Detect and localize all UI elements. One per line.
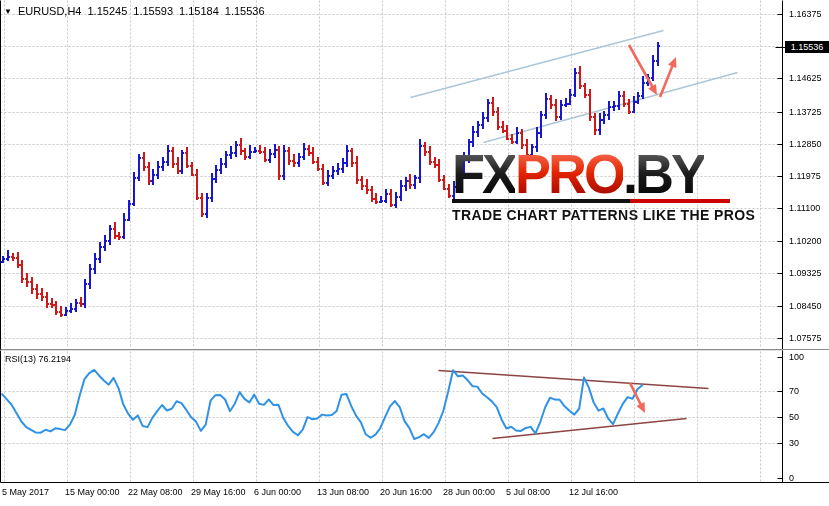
symbol-label: EURUSD,H4 [18,5,82,17]
logo-wordmark: FXPRO.BY [452,148,730,198]
price-axis-label: 1.14625 [789,73,822,83]
logo-fx: FX [452,142,515,204]
logo-pro: PRO [515,142,623,204]
chart-title-bar: ▼EURUSD,H41.152451.155931.151841.15536 [4,5,271,19]
rsi-axis-label: 50 [789,412,799,422]
price-axis-label: 1.16375 [789,9,822,19]
rsi-axis-label: 100 [789,352,804,362]
price-axis-label: 1.07575 [789,333,822,343]
price-axis-label: 1.09325 [789,268,822,278]
indicator-label: RSI(13) 76.2194 [5,354,71,364]
price-axis-label: 1.11975 [789,171,821,181]
price-axis-label: 1.10200 [789,236,822,246]
ohlc-low: 1.15184 [179,5,219,17]
price-axis-label: 1.13725 [789,107,822,117]
fxpro-watermark-logo: FXPRO.BY TRADE CHART PATTERNS LIKE THE P… [452,148,730,223]
ohlc-open: 1.15245 [88,5,128,17]
rsi-axis-label: 70 [789,386,799,396]
time-axis-label: 22 May 08:00 [128,487,183,497]
time-axis-label: 5 May 2017 [2,487,49,497]
current-price-tag: 1.15536 [785,41,829,53]
time-axis-label: 6 Jun 00:00 [254,487,301,497]
logo-tagline: TRADE CHART PATTERNS LIKE THE PROS [452,207,730,223]
rsi-axis-label: 0 [789,473,794,483]
chart-window: ▼EURUSD,H41.152451.155931.151841.15536 R… [0,0,829,506]
price-axis-label: 1.08450 [789,301,822,311]
ohlc-high: 1.15593 [133,5,173,17]
price-axis-label: 1.12850 [789,139,822,149]
time-axis-label: 29 May 16:00 [191,487,246,497]
time-axis-label: 5 Jul 08:00 [506,487,550,497]
symbol-dropdown-icon[interactable]: ▼ [4,6,12,18]
time-axis-label: 13 Jun 08:00 [317,487,369,497]
time-axis-label: 12 Jul 16:00 [569,487,618,497]
logo-by: BY [635,142,704,204]
rsi-axis-label: 30 [789,438,799,448]
time-axis-label: 28 Jun 00:00 [443,487,495,497]
logo-dot: . [623,142,635,204]
price-chart-canvas[interactable] [0,0,829,506]
ohlc-close: 1.15536 [225,5,265,17]
time-axis-label: 20 Jun 16:00 [380,487,432,497]
time-axis-label: 15 May 00:00 [65,487,120,497]
price-axis-label: 1.11100 [789,203,820,213]
